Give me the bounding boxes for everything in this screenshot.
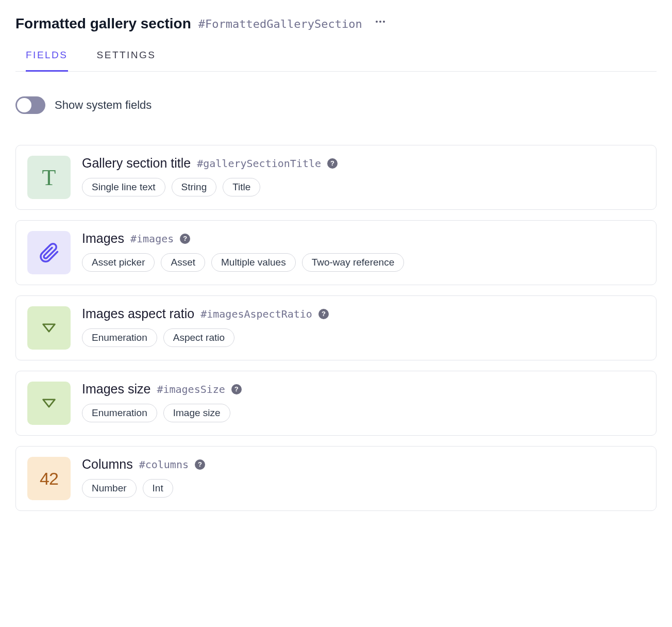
- more-menu-button[interactable]: [373, 18, 388, 26]
- help-icon[interactable]: ?: [180, 234, 190, 244]
- field-type-pill: String: [172, 178, 217, 196]
- field-api-id: #imagesSize: [157, 383, 225, 395]
- tab-fields[interactable]: FIELDS: [26, 46, 68, 72]
- tabs: FIELDS SETTINGS: [15, 46, 657, 72]
- help-icon[interactable]: ?: [231, 384, 242, 394]
- dots-icon: [376, 21, 378, 23]
- field-type-pill: Enumeration: [82, 404, 157, 422]
- field-type-pill: Asset: [161, 253, 205, 272]
- field-api-id: #imagesAspectRatio: [200, 308, 312, 320]
- help-icon[interactable]: ?: [327, 158, 338, 169]
- paperclip-icon: [38, 242, 60, 263]
- field-pills: EnumerationAspect ratio: [82, 328, 645, 347]
- help-icon[interactable]: ?: [195, 459, 205, 470]
- field-type-pill: Number: [82, 479, 137, 498]
- show-system-fields-label: Show system fields: [55, 98, 152, 112]
- enum-field-icon: [27, 382, 71, 425]
- model-api-id: #FormattedGallerySection: [198, 18, 362, 30]
- enum-field-icon: [27, 306, 71, 350]
- field-name: Images size: [82, 382, 150, 397]
- field-type-pill: Asset picker: [82, 253, 155, 272]
- field-type-pill: Multiple values: [211, 253, 296, 272]
- field-api-id: #gallerySectionTitle: [197, 157, 321, 170]
- fields-list: TGallery section title#gallerySectionTit…: [15, 145, 657, 511]
- field-name: Gallery section title: [82, 156, 191, 171]
- field-type-pill: Int: [143, 479, 173, 498]
- svg-marker-0: [43, 324, 55, 332]
- field-pills: EnumerationImage size: [82, 404, 645, 422]
- field-type-pill: Two-way reference: [302, 253, 405, 272]
- field-type-pill: Image size: [163, 404, 230, 422]
- field-name: Columns: [82, 457, 133, 472]
- tab-settings[interactable]: SETTINGS: [97, 46, 156, 72]
- field-name: Images aspect ratio: [82, 306, 194, 321]
- svg-marker-1: [43, 400, 55, 407]
- field-pills: NumberInt: [82, 479, 645, 498]
- field-type-pill: Aspect ratio: [163, 328, 234, 347]
- asset-field-icon: [27, 231, 71, 274]
- number-field-icon: 42: [27, 457, 71, 500]
- field-type-pill: Enumeration: [82, 328, 157, 347]
- field-api-id: #images: [130, 233, 174, 245]
- show-system-fields-toggle[interactable]: [15, 96, 45, 114]
- dropdown-triangle-icon: [40, 394, 58, 412]
- field-row[interactable]: Images size#imagesSize?EnumerationImage …: [15, 371, 657, 436]
- page-title: Formatted gallery section: [15, 15, 191, 32]
- field-name: Images: [82, 231, 124, 246]
- toggle-knob: [17, 98, 31, 112]
- help-icon[interactable]: ?: [318, 309, 329, 319]
- field-pills: Single line textStringTitle: [82, 178, 645, 196]
- field-row[interactable]: Images#images?Asset pickerAssetMultiple …: [15, 220, 657, 285]
- field-type-pill: Title: [223, 178, 260, 196]
- field-api-id: #columns: [139, 458, 189, 471]
- field-row[interactable]: 42Columns#columns?NumberInt: [15, 446, 657, 511]
- dropdown-triangle-icon: [40, 319, 58, 337]
- field-row[interactable]: TGallery section title#gallerySectionTit…: [15, 145, 657, 210]
- text-field-icon: T: [27, 156, 71, 199]
- field-type-pill: Single line text: [82, 178, 165, 196]
- field-row[interactable]: Images aspect ratio#imagesAspectRatio?En…: [15, 295, 657, 360]
- field-pills: Asset pickerAssetMultiple valuesTwo-way …: [82, 253, 645, 272]
